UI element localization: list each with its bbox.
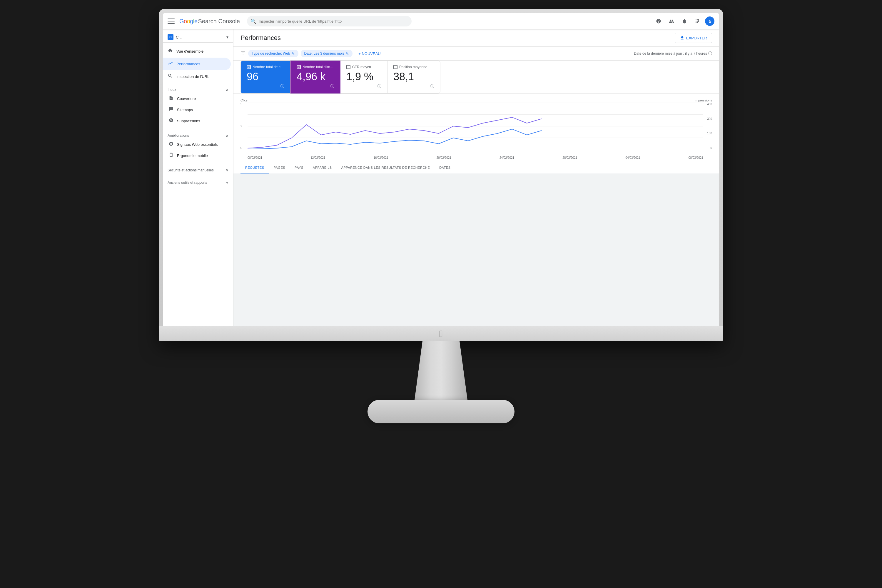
help-button[interactable]: [653, 16, 664, 27]
logo-gl: g: [190, 18, 193, 24]
impressions-info-icon[interactable]: ⓘ: [330, 84, 334, 89]
tab-appareils[interactable]: APPAREILS: [308, 162, 337, 174]
sidebar-item-suppressions[interactable]: Suppressions: [168, 115, 228, 126]
tab-dates[interactable]: DATES: [435, 162, 455, 174]
sidebar-item-performances[interactable]: Performances: [163, 58, 231, 70]
metric-card-ctr[interactable]: CTR moyen 1,9 % ⓘ: [340, 61, 387, 93]
logo-o2: o: [187, 18, 190, 24]
search-bar[interactable]: 🔍: [247, 16, 412, 27]
imac-monitor: Google Search Console 🔍: [159, 9, 723, 350]
monitor-screen-outer: Google Search Console 🔍: [159, 9, 723, 350]
apple-logo: : [439, 328, 443, 339]
securite-chevron[interactable]: ∨: [226, 168, 228, 172]
securite-section-header[interactable]: Sécurité et actions manuelles ∨: [168, 167, 228, 174]
anciens-outils-chevron[interactable]: ∨: [226, 180, 228, 184]
url-inspection-label: Inspection de l'URL: [176, 74, 209, 79]
search-input[interactable]: [259, 19, 408, 24]
chart-svg: [248, 103, 703, 150]
ameliorations-chevron[interactable]: ∧: [226, 134, 228, 138]
metric-card-clics[interactable]: ✓ Nombre total de c... 96 ⓘ: [240, 61, 291, 93]
menu-icon[interactable]: [168, 18, 175, 25]
y-left-mid: 2: [240, 124, 246, 128]
sidebar-item-overview[interactable]: Vue d'ensemble: [163, 45, 231, 58]
signaux-web-icon: [169, 141, 174, 147]
suppressions-icon: [169, 118, 174, 124]
logo-o1: o: [184, 18, 187, 24]
y-left-top: 5: [240, 103, 246, 106]
monitor-screen: Google Search Console 🔍: [163, 13, 719, 333]
sidebar-section-ameliorations: Améliorations ∧ Signaux Web essentiels: [163, 130, 233, 164]
securite-section-title: Sécurité et actions manuelles: [168, 168, 214, 172]
tab-requetes[interactable]: REQUÊTES: [240, 162, 269, 174]
filter-chip-search-type-edit[interactable]: ✎: [291, 51, 295, 56]
sidebar-item-url-inspection[interactable]: Inspection de l'URL: [163, 70, 231, 83]
ctr-value: 1,9 %: [346, 72, 381, 82]
property-favicon: C: [168, 34, 174, 40]
filter-chip-search-type-label: Type de recherche: Web: [252, 51, 290, 56]
sidebar-item-signaux-web[interactable]: Signaux Web essentiels: [168, 139, 228, 150]
users-button[interactable]: [666, 16, 677, 27]
metric-card-impressions[interactable]: ✓ Nombre total d'im... 4,96 k ⓘ: [291, 61, 340, 93]
sidebar-item-sitemaps[interactable]: Sitemaps: [168, 104, 228, 115]
last-update-help-icon: ⓘ: [708, 51, 712, 56]
tab-apparence[interactable]: APPARENCE DANS LES RÉSULTATS DE RECHERCH…: [337, 162, 435, 174]
overview-label: Vue d'ensemble: [176, 49, 204, 54]
filter-chip-search-type[interactable]: Type de recherche: Web ✎: [248, 50, 298, 57]
tab-pays[interactable]: PAYS: [290, 162, 308, 174]
sitemaps-label: Sitemaps: [177, 108, 193, 112]
index-section-header[interactable]: Index ∧: [168, 86, 228, 93]
y-axis-right: 450 300 150 0: [703, 103, 712, 150]
sitemaps-icon: [169, 107, 174, 112]
y-axis-left: 5 2 0: [240, 103, 246, 150]
new-filter-button[interactable]: + NOUVEAU: [355, 50, 384, 57]
metric-card-position[interactable]: Position moyenne 38,1 ⓘ: [387, 61, 440, 93]
last-update-text: Date de la dernière mise à jour : il y a…: [634, 51, 707, 56]
filter-chip-date[interactable]: Date: Les 3 derniers mois ✎: [301, 50, 353, 57]
anciens-outils-section-title: Anciens outils et rapports: [168, 180, 207, 184]
property-name: C...: [176, 35, 224, 39]
position-value: 38,1: [393, 72, 434, 82]
clics-info-icon[interactable]: ⓘ: [280, 84, 284, 89]
apps-button[interactable]: [692, 16, 703, 27]
search-icon: 🔍: [250, 18, 256, 24]
property-selector[interactable]: C C... ▾: [163, 32, 233, 43]
sidebar-item-couverture[interactable]: Couverture: [168, 93, 228, 104]
performances-icon: [168, 61, 173, 68]
filter-icon[interactable]: [240, 50, 246, 57]
filter-chip-date-edit[interactable]: ✎: [345, 51, 349, 56]
logo-e2: e: [194, 18, 198, 24]
y-right-mid1: 300: [703, 117, 712, 120]
notifications-button[interactable]: [679, 16, 690, 27]
ameliorations-section-header[interactable]: Améliorations ∧: [168, 132, 228, 139]
user-avatar[interactable]: a: [705, 16, 714, 26]
content-area: Performances EXPORTER: [233, 29, 719, 333]
ctr-label: CTR moyen: [352, 65, 371, 69]
sidebar: C C... ▾ Vue d'ensemble: [163, 29, 233, 333]
screen-content: Google Search Console 🔍: [163, 13, 719, 333]
index-chevron[interactable]: ∧: [226, 88, 228, 92]
tab-pages[interactable]: PAGES: [269, 162, 290, 174]
chart-container: Clics Impressions 5 2 0: [233, 94, 719, 162]
filter-chip-date-label: Date: Les 3 derniers mois: [304, 51, 345, 56]
suppressions-label: Suppressions: [177, 119, 200, 123]
overview-icon: [168, 48, 173, 55]
monitor-stand-neck: [414, 341, 468, 400]
position-info-icon[interactable]: ⓘ: [430, 84, 434, 89]
app-logo: Google Search Console: [179, 18, 240, 25]
position-checkbox: [393, 65, 398, 69]
y-right-mid2: 150: [703, 132, 712, 135]
topbar: Google Search Console 🔍: [163, 13, 719, 29]
monitor-chin: : [159, 326, 723, 341]
export-button[interactable]: EXPORTER: [675, 33, 712, 43]
sidebar-item-ergonomie-mobile[interactable]: Ergonomie mobile: [168, 150, 228, 161]
ergonomie-mobile-icon: [169, 153, 174, 159]
last-update: Date de la dernière mise à jour : il y a…: [634, 51, 712, 56]
ctr-info-icon[interactable]: ⓘ: [377, 84, 381, 89]
x-label-0: 08/02/2021: [248, 156, 262, 159]
anciens-outils-section-header[interactable]: Anciens outils et rapports ∨: [168, 179, 228, 186]
tabs-container: REQUÊTES PAGES PAYS APPAREILS APPARENCE …: [233, 162, 719, 174]
property-dropdown-icon[interactable]: ▾: [226, 35, 228, 39]
chart-svg-wrapper: 5 2 0 450 300 150 0: [240, 103, 712, 156]
couverture-icon: [169, 96, 174, 101]
clics-value: 96: [247, 72, 284, 82]
